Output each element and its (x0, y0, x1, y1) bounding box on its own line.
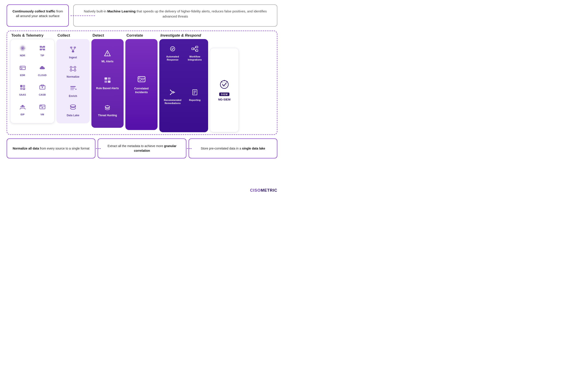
svg-rect-46 (70, 86, 76, 87)
svg-point-27 (20, 106, 22, 107)
svg-point-73 (170, 94, 171, 95)
edr-label: EDR (20, 74, 25, 77)
edr-icon (19, 64, 26, 73)
datalake-icon (69, 104, 77, 113)
svg-line-37 (73, 48, 75, 51)
vm-label: VM (40, 113, 44, 116)
svg-marker-49 (75, 88, 77, 90)
normalize-icon (69, 65, 77, 74)
bottom-normalize-text: Normalize all data from every source to … (13, 146, 89, 151)
ndr-icon (19, 45, 26, 53)
enrich-icon (69, 84, 77, 93)
svg-rect-4 (40, 46, 42, 48)
casb-icon (39, 84, 46, 93)
invest-auto-response: Automated Response (162, 43, 183, 85)
tool-cloud: CLOUD (33, 63, 52, 81)
svg-rect-16 (20, 85, 22, 87)
bottom-box-store: Store pre-correlated data in a single da… (189, 139, 277, 158)
label-correlate: Correlate (124, 33, 157, 38)
svg-rect-18 (20, 88, 22, 90)
brand-metric: METRIC (261, 188, 277, 193)
label-tools: Tools & Telemetry (10, 33, 55, 38)
auto-response-icon (169, 45, 176, 54)
remediations-label: Recommended Remediations (163, 98, 182, 105)
tool-ndr: NDR (13, 43, 32, 61)
invest-reporting: Reporting (185, 86, 205, 128)
bottom-section: Normalize all data from every source to … (7, 139, 277, 158)
top-right-text: Natively built-in Machine Learning that … (80, 9, 271, 19)
tip-label: TIP (40, 54, 44, 57)
pipeline-labels-row: Tools & Telemetry Collect Detect Correla… (10, 33, 274, 38)
collect-ingest: Ingest (69, 46, 77, 59)
top-right-bold: Machine Learning (107, 9, 136, 13)
detect-threat-hunting: Threat Hunting (98, 104, 117, 117)
enrich-label: Enrich (69, 95, 77, 98)
ingest-icon (69, 46, 77, 55)
collect-datalake: Data Lake (67, 104, 79, 117)
top-right-before: Natively built-in (84, 9, 107, 13)
svg-rect-54 (104, 77, 107, 80)
tools-telemetry-card: NDR TIP (10, 39, 55, 123)
bottom-store-text: Store pre-correlated data in a single da… (201, 146, 265, 151)
svg-rect-7 (43, 49, 45, 50)
svg-point-72 (170, 90, 171, 91)
svg-point-28 (23, 106, 25, 107)
label-investigate: Investigate & Respond (157, 33, 274, 38)
svg-rect-62 (139, 77, 140, 78)
bottom-box-extract: Extract all the metadata to achieve more… (98, 139, 186, 158)
investigate-card: Automated Response (159, 39, 208, 132)
svg-point-70 (195, 50, 196, 51)
brand-ciso: CISO (250, 188, 261, 193)
brand: CISOMETRIC (250, 188, 277, 193)
svg-point-40 (70, 70, 72, 71)
svg-rect-6 (40, 49, 42, 50)
ndr-label: NDR (20, 54, 25, 57)
svg-point-53 (107, 55, 108, 55)
label-detect: Detect (90, 33, 124, 38)
saas-icon: ⚙ (19, 84, 26, 93)
detect-rule-alerts: Rule Based Alerts (96, 77, 119, 90)
top-left-box: Continuously collect traffic from all ar… (7, 4, 69, 27)
invest-remediations: Recommended Remediations (162, 86, 183, 128)
svg-point-39 (74, 66, 76, 68)
detect-card: ML Alerts Rule Based Alerts (91, 39, 124, 128)
top-right-box: Natively built-in Machine Learning that … (73, 4, 277, 27)
svg-line-36 (71, 48, 73, 51)
collect-normalize: Normalize (67, 65, 79, 78)
siem-badge: SIEM (219, 93, 230, 96)
svg-rect-55 (104, 81, 107, 83)
svg-rect-56 (108, 77, 111, 80)
svg-rect-74 (193, 90, 197, 95)
threat-hunting-icon (104, 104, 111, 113)
auto-response-label: Automated Response (163, 55, 182, 61)
ml-alerts-label: ML Alerts (101, 60, 113, 63)
bottom-store-bold: single data lake (242, 147, 265, 150)
pipeline-cards-row: NDR TIP (10, 39, 274, 132)
svg-point-50 (70, 105, 76, 107)
tool-idp: IDP (13, 102, 32, 120)
svg-rect-15 (21, 69, 22, 69)
svg-rect-11 (20, 66, 25, 70)
svg-point-38 (70, 66, 72, 68)
svg-rect-47 (70, 88, 75, 88)
tool-edr: EDR (13, 63, 32, 81)
svg-rect-33 (70, 47, 72, 48)
top-left-text: Continuously collect traffic from all ar… (12, 9, 63, 18)
siem-label: NG-SIEM (218, 98, 230, 101)
svg-rect-14 (21, 68, 23, 69)
detect-ml-alerts: ML Alerts (101, 50, 113, 63)
top-left-bold: Continuously collect traffic (13, 9, 55, 13)
top-right-after: that speeds up the delivery of higher-fi… (136, 9, 267, 18)
casb-label: CASB (39, 93, 46, 96)
svg-rect-5 (43, 46, 45, 48)
main-container: Continuously collect traffic from all ar… (0, 0, 284, 196)
reporting-label: Reporting (189, 98, 200, 102)
tool-saas: ⚙ SAAS (13, 82, 32, 100)
svg-point-41 (74, 70, 76, 71)
cloud-label: CLOUD (38, 74, 47, 77)
bottom-normalize-bold: Normalize all data (13, 147, 39, 150)
datalake-label: Data Lake (67, 114, 79, 117)
svg-rect-35 (72, 51, 74, 52)
correlate-incidents: Correlated Incidents (128, 75, 155, 94)
collect-enrich: Enrich (69, 84, 77, 98)
